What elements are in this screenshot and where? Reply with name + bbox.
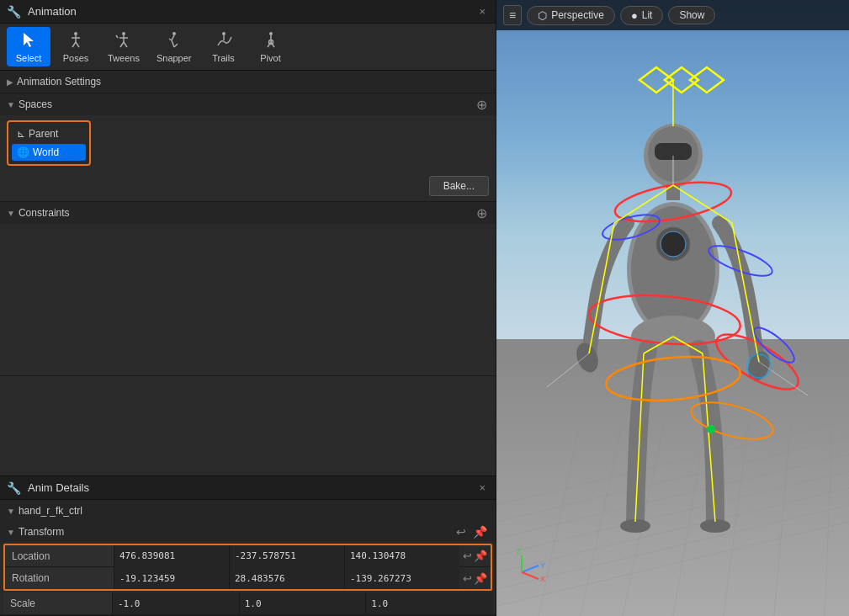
parent-label: Parent [29, 128, 58, 140]
svg-point-5 [122, 32, 125, 35]
constraints-add-button[interactable]: ⊕ [475, 205, 489, 221]
svg-line-25 [496, 454, 849, 539]
poses-button[interactable]: Poses [54, 27, 98, 66]
svg-marker-51 [639, 67, 673, 93]
location-y[interactable]: -237.578751 [230, 545, 345, 567]
rotation-reset-btn[interactable]: ↩ [463, 572, 472, 585]
animation-panel-close[interactable]: × [475, 3, 489, 19]
location-row-actions: ↩ 📌 [459, 550, 491, 562]
svg-text:Z: Z [517, 547, 522, 555]
svg-line-31 [581, 421, 623, 616]
space-item-parent[interactable]: ⊾ Parent [12, 125, 86, 142]
svg-point-40 [661, 231, 686, 257]
spaces-orange-box: ⊾ Parent 🌐 World [7, 120, 91, 166]
tweens-button[interactable]: Tweens [101, 27, 146, 66]
svg-line-28 [496, 505, 849, 589]
svg-text:Y: Y [540, 561, 545, 570]
rotation-values: -19.123459 28.483576 -139.267273 [114, 567, 459, 589]
svg-line-9 [124, 42, 127, 47]
poses-icon [66, 30, 85, 51]
rotation-pin-btn[interactable]: 📌 [474, 572, 487, 585]
constraints-content [0, 224, 496, 375]
svg-line-3 [72, 42, 76, 47]
spaces-chevron: ▼ [7, 100, 15, 109]
transform-reset-button[interactable]: ↩ [454, 525, 468, 539]
transform-actions: ↩ 📌 [454, 525, 489, 539]
location-z[interactable]: 140.130478 [345, 545, 459, 567]
space-item-world[interactable]: 🌐 World [12, 144, 86, 161]
scale-y[interactable]: 1.0 [240, 592, 367, 614]
viewport-menu-button[interactable]: ≡ [503, 5, 522, 25]
pivot-label: Pivot [260, 53, 280, 63]
scale-row-container: Scale -1.0 1.0 1.0 [3, 592, 492, 614]
svg-line-27 [496, 488, 849, 572]
svg-line-23 [496, 421, 849, 505]
trails-button[interactable]: Trails [202, 27, 246, 66]
svg-line-8 [120, 42, 124, 47]
svg-line-14 [172, 40, 174, 47]
snapper-button[interactable]: Snapper [150, 27, 199, 66]
svg-point-18 [269, 32, 273, 35]
location-row: Location 476.839081 -237.578751 140.1304… [5, 545, 491, 567]
svg-marker-50 [665, 67, 698, 93]
perspective-button[interactable]: ⬡ Perspective [527, 6, 615, 25]
svg-line-72 [547, 353, 589, 387]
rotation-label: Rotation [5, 567, 114, 589]
scale-z[interactable]: 1.0 [366, 592, 492, 614]
anim-details-panel: 🔧 Anim Details × ▼ hand_r_fk_ctrl ▼ Tran… [0, 475, 496, 616]
svg-line-67 [732, 223, 759, 362]
transform-section: ▼ Transform ↩ 📌 Location 476.839081 -237… [0, 522, 496, 614]
select-icon [19, 30, 38, 51]
spaces-title: Spaces [19, 98, 471, 110]
snapper-icon [165, 30, 183, 51]
svg-point-69 [687, 396, 777, 447]
constraints-chevron: ▼ [7, 209, 15, 218]
scale-x[interactable]: -1.0 [113, 592, 240, 614]
rotation-x[interactable]: -19.123459 [114, 567, 230, 589]
bone-label-row: ▼ hand_r_fk_ctrl [0, 500, 496, 522]
lit-button[interactable]: ● Lit [620, 6, 664, 25]
world-icon: 🌐 [17, 146, 29, 158]
left-panel: 🔧 Animation × Select [0, 0, 496, 616]
pivot-button[interactable]: Pivot [249, 27, 293, 66]
location-x[interactable]: 476.839081 [114, 545, 230, 567]
tweens-label: Tweens [108, 53, 140, 63]
svg-text:X: X [540, 575, 545, 583]
svg-line-75 [522, 566, 539, 572]
location-rotation-container: Location 476.839081 -237.578751 140.1304… [3, 544, 492, 591]
location-reset-btn[interactable]: ↩ [463, 550, 472, 562]
animation-settings-header[interactable]: ▶ Animation Settings [0, 71, 496, 93]
rotation-row-actions: ↩ 📌 [459, 572, 491, 585]
svg-point-68 [604, 352, 742, 406]
rotation-z[interactable]: -139.267273 [345, 567, 459, 589]
anim-details-header: 🔧 Anim Details × [0, 476, 496, 500]
animation-panel-icon: 🔧 [7, 5, 21, 19]
trails-icon [215, 30, 233, 51]
bone-chevron: ▼ [7, 507, 15, 516]
select-button[interactable]: Select [7, 27, 50, 66]
poses-label: Poses [63, 53, 89, 63]
world-label: World [33, 146, 59, 158]
constraints-header[interactable]: ▼ Constraints ⊕ [0, 202, 496, 224]
svg-line-34 [724, 421, 749, 616]
spaces-section: ▼ Spaces ⊕ ⊾ Parent 🌐 World [0, 93, 496, 202]
show-button[interactable]: Show [668, 6, 715, 24]
transform-title: Transform [19, 526, 451, 538]
spaces-section-header[interactable]: ▼ Spaces ⊕ [0, 93, 496, 115]
bake-button[interactable]: Bake... [429, 176, 489, 196]
location-pin-btn[interactable]: 📌 [474, 550, 487, 562]
svg-line-24 [496, 438, 849, 522]
svg-line-33 [673, 421, 707, 616]
svg-line-4 [76, 42, 79, 47]
rotation-y[interactable]: 28.483576 [230, 567, 345, 589]
viewport-panel: Y X Z ≡ ⬡ Perspective ● Lit Show [496, 0, 849, 616]
transform-pin-button[interactable]: 📌 [471, 525, 489, 539]
select-label: Select [16, 53, 42, 63]
svg-line-35 [774, 421, 791, 616]
bone-name: hand_r_fk_ctrl [19, 505, 82, 517]
location-values: 476.839081 -237.578751 140.130478 [114, 545, 459, 567]
lit-icon: ● [631, 9, 638, 22]
spaces-add-button[interactable]: ⊕ [475, 97, 489, 113]
anim-details-close[interactable]: × [475, 480, 489, 496]
svg-point-0 [74, 32, 77, 35]
